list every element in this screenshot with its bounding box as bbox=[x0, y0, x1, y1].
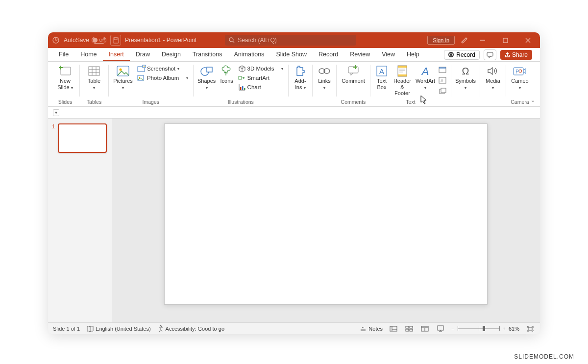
svg-point-4 bbox=[229, 38, 233, 42]
quick-access-row: ▾ bbox=[48, 107, 540, 119]
zoom-track[interactable] bbox=[458, 328, 500, 329]
new-slide-button[interactable]: New Slide ▾ bbox=[54, 64, 76, 91]
3d-models-button[interactable]: 3D Models ▾ bbox=[237, 65, 285, 73]
search-input[interactable]: Search (Alt+Q) bbox=[225, 35, 356, 46]
photo-album-icon bbox=[137, 74, 145, 81]
cameo-button[interactable]: P Cameo▾ bbox=[509, 64, 531, 91]
pictures-button[interactable]: Pictures▾ bbox=[112, 64, 134, 91]
svg-rect-33 bbox=[242, 86, 244, 90]
shapes-button[interactable]: Shapes▾ bbox=[196, 64, 217, 91]
language-button[interactable]: English (United States) bbox=[87, 326, 151, 332]
minimize-button[interactable] bbox=[474, 34, 491, 46]
watermark: SLIDEMODEL.COM bbox=[514, 353, 574, 360]
screenshot-button[interactable]: Screenshot ▾ bbox=[135, 65, 190, 73]
svg-rect-50 bbox=[439, 67, 446, 69]
collapse-ribbon-button[interactable]: ⌄ bbox=[531, 97, 535, 103]
svg-text:P: P bbox=[515, 69, 519, 74]
record-button[interactable]: Record bbox=[444, 50, 480, 60]
slide-number-button[interactable]: # bbox=[437, 75, 448, 85]
tab-slide-show[interactable]: Slide Show bbox=[270, 48, 313, 61]
icons-button[interactable]: Icons bbox=[218, 64, 236, 91]
symbols-button[interactable]: Ω Symbols▾ bbox=[454, 64, 477, 91]
tab-animations[interactable]: Animations bbox=[228, 48, 270, 61]
tab-file[interactable]: File bbox=[53, 48, 74, 61]
text-box-button[interactable]: A Text Box bbox=[373, 64, 390, 91]
tab-record[interactable]: Record bbox=[313, 48, 344, 61]
group-label: Images bbox=[143, 98, 159, 106]
object-button[interactable] bbox=[437, 86, 448, 96]
tab-review[interactable]: Review bbox=[344, 48, 376, 61]
svg-rect-43 bbox=[398, 66, 407, 68]
svg-rect-72 bbox=[438, 326, 443, 330]
media-button[interactable]: Media▾ bbox=[483, 64, 503, 91]
group-tables: Table▾ Tables bbox=[81, 64, 107, 106]
wordart-button[interactable]: A WordArt▾ bbox=[415, 64, 436, 91]
slide-editor[interactable] bbox=[112, 119, 540, 322]
table-button[interactable]: Table▾ bbox=[83, 64, 105, 91]
svg-rect-44 bbox=[398, 74, 407, 76]
tab-design[interactable]: Design bbox=[156, 48, 187, 61]
reading-view-button[interactable] bbox=[420, 325, 430, 333]
thumbnail-preview bbox=[58, 123, 107, 153]
smartart-button[interactable]: SmartArt bbox=[237, 74, 285, 82]
close-button[interactable] bbox=[519, 34, 536, 46]
svg-rect-75 bbox=[528, 327, 532, 330]
text-box-icon: A bbox=[376, 65, 387, 77]
pen-icon[interactable] bbox=[461, 36, 468, 45]
slideshow-view-button[interactable] bbox=[436, 325, 445, 333]
status-bar: Slide 1 of 1 English (United States) Acc… bbox=[48, 322, 540, 334]
tab-help[interactable]: Help bbox=[401, 48, 425, 61]
chart-button[interactable]: Chart bbox=[237, 83, 285, 91]
photo-album-button[interactable]: Photo Album ▾ bbox=[135, 74, 190, 82]
share-button[interactable]: Share bbox=[500, 50, 532, 60]
svg-rect-62 bbox=[390, 326, 397, 331]
toggle-off-icon: Off bbox=[92, 37, 106, 44]
zoom-in-button[interactable]: + bbox=[503, 326, 506, 332]
fit-to-window-button[interactable] bbox=[525, 325, 535, 333]
slide-number-icon: # bbox=[439, 77, 446, 84]
normal-view-button[interactable] bbox=[389, 325, 398, 333]
header-footer-button[interactable]: Header & Footer bbox=[391, 64, 414, 97]
group-slides: New Slide ▾ Slides bbox=[52, 64, 78, 106]
svg-rect-1 bbox=[55, 38, 57, 40]
slide-thumbnails-pane[interactable]: 1 bbox=[48, 119, 112, 322]
slide-counter[interactable]: Slide 1 of 1 bbox=[53, 326, 80, 332]
comments-pane-button[interactable] bbox=[484, 49, 496, 60]
save-button[interactable] bbox=[110, 35, 121, 46]
date-time-button[interactable] bbox=[437, 65, 448, 74]
zoom-out-button[interactable]: − bbox=[451, 326, 454, 332]
app-window: AutoSave Off Presentation1 - PowerPoint … bbox=[48, 32, 540, 334]
qat-customize-button[interactable]: ▾ bbox=[53, 109, 59, 116]
app-icon bbox=[52, 36, 60, 44]
notes-button[interactable]: Notes bbox=[360, 326, 383, 332]
maximize-button[interactable] bbox=[497, 34, 514, 46]
links-button[interactable]: Links▾ bbox=[316, 64, 333, 91]
zoom-slider[interactable]: − + 61% bbox=[451, 326, 519, 332]
tab-home[interactable]: Home bbox=[74, 48, 102, 61]
icons-icon bbox=[221, 65, 233, 77]
addins-button[interactable]: Add-ins ▾ bbox=[292, 64, 309, 91]
svg-rect-66 bbox=[410, 326, 413, 328]
signin-button[interactable]: Sign in bbox=[427, 36, 455, 45]
tab-insert[interactable]: Insert bbox=[103, 48, 130, 61]
accessibility-button[interactable]: Accessibility: Good to go bbox=[158, 325, 224, 332]
slide-sorter-view-button[interactable] bbox=[404, 325, 414, 333]
record-dot-icon bbox=[448, 52, 454, 57]
tab-transitions[interactable]: Transitions bbox=[187, 48, 228, 61]
comment-button[interactable]: Comment bbox=[340, 64, 367, 91]
svg-rect-32 bbox=[240, 87, 242, 90]
svg-rect-54 bbox=[441, 88, 446, 93]
smartart-icon bbox=[239, 74, 245, 81]
addin-icon bbox=[295, 65, 306, 77]
svg-text:Ω: Ω bbox=[462, 66, 469, 76]
tab-view[interactable]: View bbox=[376, 48, 401, 61]
thumbnail-number: 1 bbox=[52, 123, 55, 153]
share-icon bbox=[505, 52, 510, 57]
autosave-toggle[interactable]: AutoSave Off bbox=[64, 37, 106, 44]
svg-rect-65 bbox=[406, 326, 409, 328]
slide-canvas[interactable] bbox=[164, 123, 488, 305]
tab-draw[interactable]: Draw bbox=[130, 48, 156, 61]
thumbnail-slide-1[interactable]: 1 bbox=[52, 123, 108, 153]
zoom-percent[interactable]: 61% bbox=[509, 326, 519, 332]
svg-point-24 bbox=[144, 66, 145, 67]
